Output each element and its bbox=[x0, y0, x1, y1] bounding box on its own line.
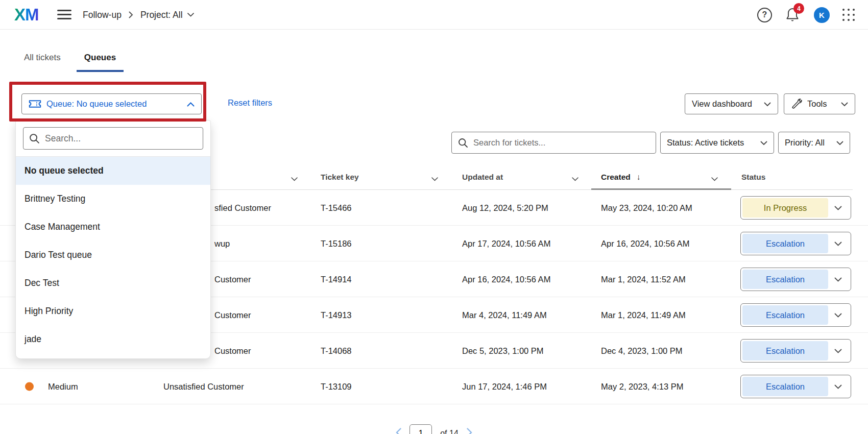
ticket-updated-at: Jun 17, 2024, 1:46 PM bbox=[462, 381, 547, 391]
chevron-down-icon bbox=[836, 138, 843, 148]
ticket-name: wup bbox=[214, 238, 230, 248]
status-badge: Escalation bbox=[742, 305, 828, 325]
status-badge: Escalation bbox=[742, 270, 828, 289]
queue-option[interactable]: Dec Test bbox=[16, 269, 210, 297]
ticket-key: T-15186 bbox=[321, 238, 352, 248]
queue-option[interactable]: jade bbox=[16, 325, 210, 353]
ticket-name: Customer bbox=[214, 310, 251, 320]
column-menu-chevron-icon[interactable] bbox=[291, 174, 298, 183]
tools-label: Tools bbox=[807, 99, 827, 109]
column-menu-chevron-icon[interactable] bbox=[711, 174, 718, 183]
column-header-created-label: Created bbox=[601, 173, 631, 181]
topbar-actions: ? 4 K bbox=[757, 0, 855, 30]
status-dropdown-button[interactable]: In Progress bbox=[740, 196, 851, 220]
status-dropdown-button[interactable]: Escalation bbox=[740, 268, 851, 291]
status-dropdown-button[interactable]: Escalation bbox=[740, 232, 851, 255]
queue-option[interactable]: Brittney Testing bbox=[16, 185, 210, 213]
chevron-down-icon[interactable] bbox=[834, 310, 842, 320]
ticket-key: T-14914 bbox=[321, 274, 352, 284]
ticket-key: T-15466 bbox=[321, 203, 352, 212]
breadcrumb-section: Follow-up bbox=[83, 10, 122, 20]
chevron-down-icon[interactable] bbox=[834, 239, 842, 248]
previous-page-chevron-icon[interactable] bbox=[396, 428, 401, 434]
reset-filters-link[interactable]: Reset filters bbox=[228, 98, 272, 108]
ticket-created-at: May 2, 2023, 4:13 PM bbox=[601, 381, 683, 391]
status-filter-label: Status: Active tickets bbox=[667, 138, 744, 148]
queue-option-list: No queue selected Brittney Testing Case … bbox=[16, 157, 210, 353]
chevron-down-icon bbox=[841, 99, 848, 109]
status-dropdown-button[interactable]: Escalation bbox=[740, 375, 851, 398]
priority-medium-dot-icon bbox=[25, 382, 34, 391]
top-bar: XM Follow-up Project: All ? 4 bbox=[0, 0, 868, 30]
app-switcher-icon[interactable] bbox=[842, 9, 855, 21]
hamburger-menu-icon[interactable] bbox=[57, 10, 71, 20]
tab-all-tickets[interactable]: All tickets bbox=[24, 53, 61, 72]
pagination: of 14 bbox=[0, 424, 868, 434]
chevron-down-icon[interactable] bbox=[834, 346, 842, 355]
chevron-down-icon bbox=[764, 99, 771, 109]
avatar[interactable]: K bbox=[814, 7, 830, 23]
tools-button[interactable]: Tools bbox=[784, 93, 855, 114]
status-filter-button[interactable]: Status: Active tickets bbox=[660, 132, 774, 154]
ticket-created-at: Dec 4, 2023, 1:00 PM bbox=[601, 346, 683, 355]
priority-filter-label: Priority: All bbox=[785, 138, 825, 148]
column-menu-chevron-icon[interactable] bbox=[431, 174, 438, 183]
ticket-key: T-14913 bbox=[321, 310, 352, 320]
help-icon[interactable]: ? bbox=[757, 8, 772, 22]
search-icon bbox=[29, 133, 40, 144]
chevron-down-icon bbox=[187, 13, 194, 17]
queue-option[interactable]: Case Management bbox=[16, 213, 210, 241]
column-header-status[interactable]: Status bbox=[741, 173, 765, 182]
xm-logo[interactable]: XM bbox=[14, 5, 39, 25]
chevron-down-icon[interactable] bbox=[834, 382, 842, 391]
column-menu-chevron-icon[interactable] bbox=[572, 174, 578, 183]
ticket-icon bbox=[29, 100, 41, 108]
chevron-down-icon[interactable] bbox=[834, 275, 842, 284]
tab-queues[interactable]: Queues bbox=[84, 53, 116, 72]
notification-count-badge: 4 bbox=[793, 3, 804, 14]
ticket-updated-at: Aug 12, 2024, 5:20 PM bbox=[462, 203, 548, 212]
chevron-down-icon[interactable] bbox=[834, 203, 842, 212]
priority-label: Medium bbox=[48, 381, 78, 391]
ticket-key: T-14068 bbox=[321, 346, 352, 355]
tab-bar: All tickets Queues bbox=[24, 53, 116, 72]
column-header-created[interactable]: Created ↓ bbox=[601, 173, 641, 182]
notifications-button[interactable]: 4 bbox=[785, 7, 801, 23]
ticket-name: Customer bbox=[214, 274, 251, 284]
ticket-name: Customer bbox=[214, 346, 251, 355]
status-dropdown-button[interactable]: Escalation bbox=[740, 339, 851, 363]
queue-dropdown-panel: No queue selected Brittney Testing Case … bbox=[15, 120, 211, 359]
ticket-created-at: Mar 1, 2024, 11:52 AM bbox=[601, 274, 686, 284]
table-row[interactable]: Medium Unsatisfied Customer T-13109 Jun … bbox=[0, 369, 868, 404]
queue-option[interactable]: Dario Test queue bbox=[16, 241, 210, 269]
project-selector-label: Project: All bbox=[140, 10, 183, 20]
priority-filter-button[interactable]: Priority: All bbox=[778, 132, 850, 154]
ticketing-app: XM Follow-up Project: All ? 4 bbox=[0, 0, 868, 434]
chevron-up-icon bbox=[187, 99, 195, 109]
page-total-label: of 14 bbox=[440, 429, 459, 434]
ticket-key: T-13109 bbox=[321, 381, 352, 391]
ticket-search-field bbox=[451, 132, 656, 154]
page-number-input[interactable] bbox=[409, 424, 432, 434]
view-dashboard-label: View dashboard bbox=[692, 99, 752, 109]
sort-descending-arrow-icon: ↓ bbox=[637, 173, 641, 181]
wrench-icon bbox=[791, 99, 802, 110]
status-badge: In Progress bbox=[742, 198, 828, 218]
status-dropdown-button[interactable]: Escalation bbox=[740, 303, 851, 327]
ticket-name: Unsatisfied Customer bbox=[163, 381, 244, 391]
view-dashboard-button[interactable]: View dashboard bbox=[685, 93, 778, 114]
chevron-down-icon bbox=[760, 138, 767, 148]
project-selector[interactable]: Project: All bbox=[140, 10, 194, 20]
status-badge: Escalation bbox=[742, 377, 828, 396]
queue-option-no-queue-selected[interactable]: No queue selected bbox=[16, 157, 210, 185]
column-header-updated-at[interactable]: Updated at bbox=[462, 173, 503, 182]
ticket-created-at: Mar 1, 2024, 11:49 AM bbox=[601, 310, 686, 320]
ticket-search-input[interactable] bbox=[473, 138, 649, 148]
ticket-created-at: May 23, 2024, 10:20 AM bbox=[601, 203, 692, 212]
queue-option[interactable]: High Priority bbox=[16, 297, 210, 325]
search-icon bbox=[458, 138, 468, 148]
queue-selector-button[interactable]: Queue: No queue selected bbox=[21, 93, 202, 114]
next-page-chevron-icon[interactable] bbox=[467, 428, 472, 434]
column-header-ticket-key[interactable]: Ticket key bbox=[321, 173, 359, 182]
queue-search-input[interactable] bbox=[45, 133, 197, 144]
